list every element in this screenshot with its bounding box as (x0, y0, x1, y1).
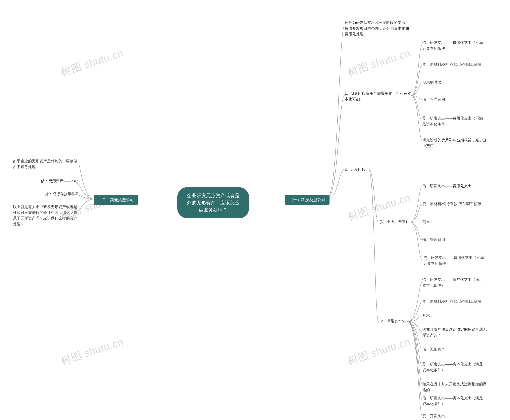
sub2-item-8[interactable]: 贷：开发支出 (422, 413, 445, 419)
root-title-line3: 做账务处理？ (185, 206, 241, 213)
branch-tech-companies[interactable]: （一）科技类型公司 (285, 195, 329, 205)
section1-item-0[interactable]: 借：研发支出——费用化支出（不满足资本化条件） (422, 40, 486, 51)
section2-label[interactable]: 2、开发阶段 (345, 167, 366, 172)
sub2-item-3[interactable]: 研究开发的项目达到预定的用途形成无形资产的： (422, 327, 489, 338)
sub1-item-1[interactable]: 贷：原材料/银行存款/应付职工薪酬 (422, 201, 486, 207)
left-item-1[interactable]: 借：无形资产——XXX (41, 178, 79, 184)
watermark: 树图 shutu.cn (59, 46, 125, 79)
sub2-item-2[interactable]: 月末： (422, 313, 434, 318)
sub2-label[interactable]: (2）满足资本化 (380, 319, 406, 324)
right-note-top[interactable]: 还分为研发型支出和开发阶段的支出，按照开发项目的条件，还分为资本化和费用化处理 (345, 20, 412, 37)
sub2-item-5[interactable]: 贷：研发支出——资本化支出（满足资本化条件） (422, 361, 486, 373)
sub2-item-0[interactable]: 借：研发支出——资本化支出（满足资本化条件） (422, 277, 486, 288)
section1-item-1[interactable]: 贷：原材料/银行存款/应付职工薪酬 (422, 62, 486, 68)
sub1-label[interactable]: (1）不满足资本化 (380, 219, 409, 224)
section1-item-3[interactable]: 借：管理费用 (422, 97, 445, 102)
section1-label[interactable]: 1、研究阶段费用全部费用化（不存在资本化可能） (345, 91, 411, 102)
sub2-item-7[interactable]: 借：研发支出——资本化支出（满足资本化条件） (422, 395, 486, 407)
watermark: 树图 shutu.cn (59, 335, 125, 368)
sub1-item-3[interactable]: 借：管理费用 (422, 237, 445, 243)
sub2-item-6[interactable]: 如果在月末并未开发完成达到预定的用途的 (422, 381, 489, 393)
section1-item-5[interactable]: 研究阶段的费用影响当期损益，减少企业费用 (422, 137, 490, 149)
watermark: 树图 shutu.cn (346, 335, 412, 368)
root-title-line2: 外购无形资产，应该怎么 (185, 199, 241, 206)
left-item-3[interactable]: 以上就是有关企业研发无形资产或者是外购时应该进行的会计处理，那么商誉属于无形资产… (13, 204, 80, 227)
root-title-line1: 企业研发无形资产或者是 (185, 192, 241, 199)
left-item-0[interactable]: 如果企业的无形资产是外购的，应该做如下账务处理 (13, 158, 80, 170)
sub2-item-4[interactable]: 借：无形资产 (422, 346, 445, 352)
branch-other-companies[interactable]: （二）其他类型公司 (94, 195, 138, 205)
sub2-item-1[interactable]: 贷：原材料/银行存款/应付职工薪酬 (422, 299, 486, 305)
watermark: 树图 shutu.cn (346, 46, 412, 79)
root-node[interactable]: 企业研发无形资产或者是 外购无形资产，应该怎么 做账务处理？ (177, 187, 249, 218)
section1-item-2[interactable]: 期末的时候： (422, 80, 445, 85)
left-item-2[interactable]: 贷：银行存款等科目 (45, 191, 79, 197)
sub1-item-4[interactable]: 贷：研发支出——费用化支出（不满足资本化条件） (423, 255, 487, 266)
sub1-item-0[interactable]: 借：研发支出——费用化支出 (422, 183, 486, 189)
sub1-item-2[interactable]: 期末： (422, 219, 434, 225)
section1-item-4[interactable]: 贷：研发支出——费用化支出（不满足资本化条件） (422, 115, 486, 127)
